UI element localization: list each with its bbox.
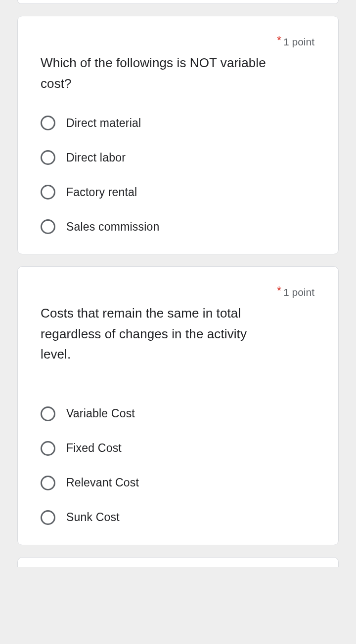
option-label: Direct material <box>66 117 141 130</box>
options-group: Variable Cost Fixed Cost Relevant Cost S… <box>41 406 315 525</box>
option-variable-cost[interactable]: Variable Cost <box>41 406 315 421</box>
radio-icon <box>41 116 55 130</box>
options-group: Direct material Direct labor Factory ren… <box>41 116 315 234</box>
option-sunk-cost[interactable]: Sunk Cost <box>41 510 315 525</box>
option-label: Relevant Cost <box>66 476 139 489</box>
next-card-edge <box>17 557 339 567</box>
option-label: Sales commission <box>66 220 160 234</box>
option-label: Sunk Cost <box>66 511 120 524</box>
option-label: Fixed Cost <box>66 442 122 455</box>
radio-icon <box>41 185 55 200</box>
option-label: Factory rental <box>66 186 137 199</box>
radio-icon <box>41 150 55 165</box>
question-text: Costs that remain the same in total rega… <box>41 303 267 365</box>
radio-icon <box>41 510 55 525</box>
points-label: *1 point <box>277 282 315 299</box>
question-card-2: Costs that remain the same in total rega… <box>17 266 339 545</box>
previous-card-edge <box>17 0 339 4</box>
points-label: *1 point <box>277 31 315 48</box>
radio-icon <box>41 476 55 490</box>
option-factory-rental[interactable]: Factory rental <box>41 185 315 200</box>
option-label: Direct labor <box>66 151 126 164</box>
radio-icon <box>41 219 55 234</box>
radio-icon <box>41 441 55 456</box>
required-asterisk-icon: * <box>277 284 281 297</box>
option-label: Variable Cost <box>66 407 135 420</box>
required-asterisk-icon: * <box>277 34 281 47</box>
radio-icon <box>41 406 55 421</box>
question-text: Which of the followings is NOT variable … <box>41 53 267 94</box>
question-card-1: Which of the followings is NOT variable … <box>17 16 339 254</box>
option-sales-commission[interactable]: Sales commission <box>41 219 315 234</box>
option-relevant-cost[interactable]: Relevant Cost <box>41 476 315 490</box>
option-fixed-cost[interactable]: Fixed Cost <box>41 441 315 456</box>
option-direct-labor[interactable]: Direct labor <box>41 150 315 165</box>
option-direct-material[interactable]: Direct material <box>41 116 315 130</box>
